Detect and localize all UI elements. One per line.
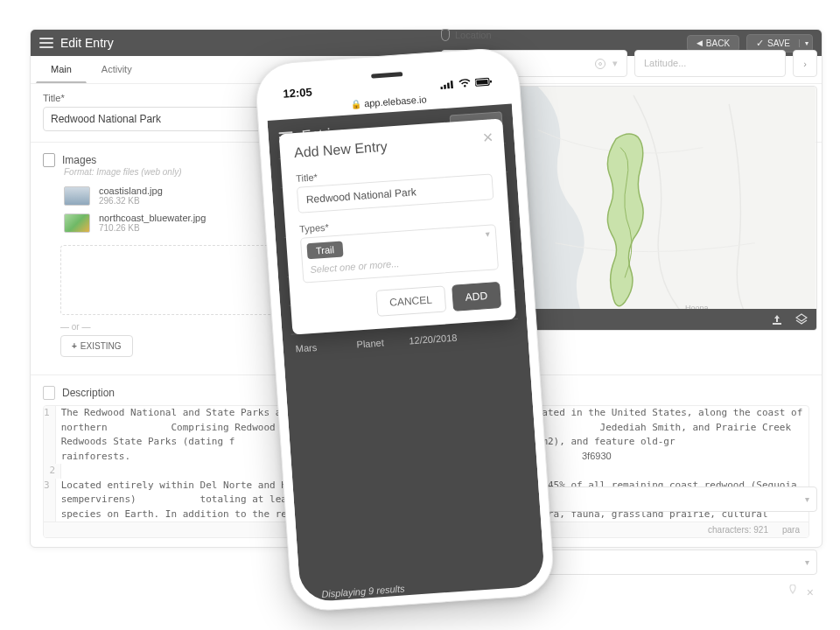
- chevron-right-icon: ›: [803, 59, 807, 69]
- modal-types-select[interactable]: ▾ Trail Select one or more...: [300, 224, 499, 283]
- chevron-down-icon: ▾: [805, 557, 809, 567]
- upload-icon[interactable]: [771, 313, 783, 326]
- file-size: 710.26 KB: [99, 223, 206, 233]
- target-icon[interactable]: [595, 59, 606, 69]
- file-size: 296.32 KB: [99, 196, 163, 206]
- file-name: coastisland.jpg: [99, 186, 163, 196]
- existing-button[interactable]: + EXISTING: [60, 335, 133, 357]
- chevron-down-icon: ▾: [805, 494, 809, 504]
- ghost-id: 3f6930: [582, 451, 612, 461]
- svg-point-5: [464, 85, 466, 88]
- add-button[interactable]: ADD: [452, 282, 501, 312]
- chevron-down-icon[interactable]: ▾: [486, 229, 491, 239]
- clock: 12:05: [283, 85, 312, 100]
- app-body: Entries + NEW 8/30/ Moons related to thi…: [268, 104, 546, 603]
- window-title: Edit Entry: [60, 36, 114, 50]
- cancel-button[interactable]: CANCEL: [375, 285, 446, 316]
- svg-rect-2: [444, 85, 446, 89]
- close-icon[interactable]: ×: [807, 585, 814, 599]
- chevron-down-icon[interactable]: ▾: [612, 58, 618, 69]
- tab-main[interactable]: Main: [36, 56, 87, 83]
- menu-icon[interactable]: [39, 38, 53, 48]
- pin-icon[interactable]: [788, 584, 798, 599]
- para-count: para: [782, 525, 800, 535]
- images-icon: [43, 153, 55, 167]
- location-label: Location: [455, 30, 492, 40]
- layers-icon[interactable]: [795, 313, 808, 326]
- result-count: Displaying 9 results: [321, 583, 405, 599]
- char-count: characters: 921: [708, 525, 768, 535]
- file-name: northcoast_bluewater.jpg: [99, 213, 206, 223]
- lock-icon: 🔒: [351, 100, 362, 110]
- battery-icon: [475, 77, 494, 87]
- images-label: Images: [62, 154, 96, 166]
- footer-icons: ×: [788, 584, 814, 599]
- plus-icon: +: [72, 341, 77, 351]
- svg-rect-4: [451, 80, 453, 88]
- svg-rect-3: [447, 82, 450, 88]
- signal-icon: [440, 80, 455, 89]
- add-entry-modal: × Add New Entry Title Types ▾ Trail Sele…: [279, 118, 516, 334]
- thumbnail-icon: [64, 214, 90, 233]
- latitude-input[interactable]: Latitude...: [634, 50, 786, 77]
- description-label: Description: [62, 387, 115, 399]
- svg-rect-8: [476, 80, 487, 85]
- tab-activity[interactable]: Activity: [87, 56, 147, 83]
- phone-mockup: 12:05 🔒app.elebase.io Entries + NEW 8/30…: [254, 46, 556, 613]
- svg-rect-1: [440, 87, 443, 89]
- close-icon[interactable]: ×: [482, 128, 494, 146]
- description-icon: [43, 386, 55, 400]
- wifi-icon: [458, 79, 472, 88]
- location-pin-icon: [441, 29, 450, 41]
- svg-rect-7: [490, 80, 492, 83]
- thumbnail-icon: [64, 186, 90, 206]
- go-button[interactable]: ›: [793, 50, 817, 77]
- modal-title: Add New Entry: [294, 131, 491, 161]
- type-tag[interactable]: Trail: [306, 241, 343, 259]
